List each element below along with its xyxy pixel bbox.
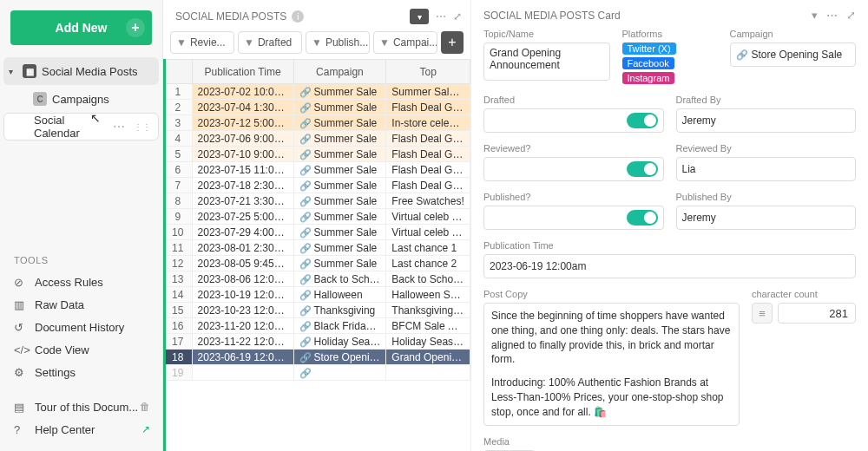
cell-publication-time[interactable]: 2023-06-19 12:00am (192, 350, 293, 365)
filter-drafted[interactable]: ▼Drafted (238, 31, 302, 54)
row-number[interactable]: 6 (164, 162, 193, 178)
input-topic[interactable]: Grand Opening Announcement (483, 42, 610, 81)
cell-campaign[interactable]: 🔗Summer Sale (293, 147, 386, 162)
tool-code-view[interactable]: </>Code View (0, 338, 162, 361)
cell-campaign[interactable]: 🔗Summer Sale (293, 115, 386, 131)
cell-topic[interactable]: Last chance 1 (386, 240, 470, 256)
filter-reviewed[interactable]: ▼Revie... (170, 31, 234, 54)
tool-settings[interactable]: ⚙Settings (0, 361, 162, 383)
row-number[interactable]: 17 (164, 334, 193, 350)
cell-campaign[interactable]: 🔗Store Opening... (293, 350, 386, 365)
cell-campaign[interactable]: 🔗Summer Sale (293, 193, 386, 209)
cell-topic[interactable]: In-store celeb mee (386, 115, 470, 131)
expand-icon[interactable]: ⤢ (453, 10, 462, 23)
cell-campaign[interactable]: 🔗Summer Sale (293, 209, 386, 225)
table-row[interactable]: 172023-11-22 12:00am🔗Holiday SeasonHolid… (164, 334, 470, 350)
row-number[interactable]: 8 (164, 193, 193, 209)
cell-campaign[interactable]: 🔗Summer Sale (293, 256, 386, 271)
row-number[interactable]: 15 (164, 303, 193, 318)
cell-topic[interactable] (386, 365, 470, 381)
sidebar-item-social-calendar[interactable]: Social Calendar ⋯ ⋮⋮ (3, 113, 159, 141)
cell-publication-time[interactable]: 2023-07-18 2:30pm (192, 178, 293, 193)
more-icon[interactable]: ⋯ (826, 9, 838, 22)
cell-publication-time[interactable]: 2023-08-05 9:45am (192, 256, 293, 271)
cell-topic[interactable]: Thanksgiving Sale (386, 303, 470, 318)
row-number[interactable]: 1 (164, 84, 193, 100)
cell-publication-time[interactable]: 2023-10-19 12:00am (192, 287, 293, 303)
cell-topic[interactable]: Grand Opening Ar (386, 350, 470, 365)
tool-tour[interactable]: ▤Tour of this Docum...🗑 (0, 395, 162, 418)
cell-topic[interactable]: Flash Deal Grab 7 (386, 100, 470, 115)
tool-raw-data[interactable]: ▥Raw Data (0, 293, 162, 316)
input-drafted-by[interactable]: Jeremy (676, 108, 857, 133)
table-row[interactable]: 112023-08-01 2:30pm🔗Summer SaleLast chan… (164, 240, 470, 256)
tool-help-center[interactable]: ?Help Center↗ (0, 418, 162, 441)
cell-topic[interactable]: Flash Deal Grab 7 (386, 131, 470, 147)
expand-icon[interactable]: ⤢ (846, 9, 856, 22)
cell-publication-time[interactable]: 2023-10-23 12:00am (192, 303, 293, 318)
input-platforms[interactable]: Twitter (X) Facebook Instagram (622, 42, 718, 84)
cell-topic[interactable]: Holiday Season Sa (386, 334, 470, 350)
tag-instagram[interactable]: Instagram (622, 72, 675, 84)
table-row[interactable]: 22023-07-04 1:30pm🔗Summer SaleFlash Deal… (164, 100, 470, 115)
cell-campaign[interactable]: 🔗Summer Sale (293, 225, 386, 240)
sidebar-item-social-media-posts[interactable]: ▾ ▦ Social Media Posts (3, 57, 159, 85)
row-number[interactable]: 10 (164, 225, 193, 240)
cell-publication-time[interactable]: 2023-07-12 5:00pm (192, 115, 293, 131)
tool-document-history[interactable]: ↺Document History (0, 316, 162, 338)
cell-campaign[interactable]: 🔗Summer Sale (293, 131, 386, 147)
row-number[interactable]: 7 (164, 178, 193, 193)
table-row[interactable]: 42023-07-06 9:00am🔗Summer SaleFlash Deal… (164, 131, 470, 147)
cell-topic[interactable]: Virtual celeb cons (386, 209, 470, 225)
cell-publication-time[interactable]: 2023-07-15 11:00am (192, 162, 293, 178)
input-reviewed-by[interactable]: Lia (676, 157, 857, 181)
cell-publication-time[interactable]: 2023-07-25 5:00pm (192, 209, 293, 225)
cell-publication-time[interactable]: 2023-11-20 12:00am (192, 318, 293, 334)
row-number[interactable]: 12 (164, 256, 193, 271)
cell-topic[interactable]: BFCM Sale Annou (386, 318, 470, 334)
table-row[interactable]: 92023-07-25 5:00pm🔗Summer SaleVirtual ce… (164, 209, 470, 225)
row-number[interactable]: 14 (164, 287, 193, 303)
col-campaign[interactable]: Campaign (293, 60, 386, 84)
cell-publication-time[interactable]: 2023-08-01 2:30pm (192, 240, 293, 256)
col-rownum[interactable] (164, 60, 193, 84)
row-number[interactable]: 16 (164, 318, 193, 334)
tool-access-rules[interactable]: ⊘Access Rules (0, 271, 162, 293)
toggle-reviewed[interactable] (483, 157, 664, 181)
cell-topic[interactable]: Virtual celeb cons (386, 225, 470, 240)
cell-topic[interactable]: Free Swatches! (386, 193, 470, 209)
info-icon[interactable]: i (292, 10, 304, 23)
cell-campaign[interactable]: 🔗Holiday Season (293, 334, 386, 350)
table-row[interactable]: 62023-07-15 11:00am🔗Summer SaleFlash Dea… (164, 162, 470, 178)
grid-table[interactable]: Publication Time Campaign Top 12023-07-0… (163, 59, 470, 451)
row-number[interactable]: 19 (164, 365, 193, 381)
cell-campaign[interactable]: 🔗Thanksgiving (293, 303, 386, 318)
cell-topic[interactable]: Last chance 2 (386, 256, 470, 271)
input-post-copy[interactable]: Since the beginning of time shoppers hav… (483, 303, 740, 426)
table-row[interactable]: 132023-08-06 12:00am🔗Back to SchoolBack … (164, 271, 470, 287)
cell-topic[interactable]: Back to School Sa (386, 271, 470, 287)
cell-campaign[interactable]: 🔗Summer Sale (293, 100, 386, 115)
table-row[interactable]: 182023-06-19 12:00am🔗Store Opening...Gra… (164, 350, 470, 365)
cell-campaign[interactable]: 🔗Black Friday/C... (293, 318, 386, 334)
cell-publication-time[interactable]: 2023-07-10 9:00am (192, 147, 293, 162)
table-row[interactable]: 142023-10-19 12:00am🔗HalloweenHalloween … (164, 287, 470, 303)
cell-publication-time[interactable] (192, 365, 293, 381)
cell-publication-time[interactable]: 2023-08-06 12:00am (192, 271, 293, 287)
tag-twitter[interactable]: Twitter (X) (622, 42, 676, 55)
filter-published[interactable]: ▼Publish... (306, 31, 370, 54)
table-row[interactable]: 82023-07-21 3:30pm🔗Summer SaleFree Swatc… (164, 193, 470, 209)
cell-campaign[interactable]: 🔗Summer Sale (293, 162, 386, 178)
input-published-by[interactable]: Jeremy (676, 206, 857, 230)
trash-icon[interactable]: 🗑 (140, 401, 150, 413)
table-row[interactable]: 152023-10-23 12:00am🔗ThanksgivingThanksg… (164, 303, 470, 318)
cell-publication-time[interactable]: 2023-07-29 4:00pm (192, 225, 293, 240)
table-row[interactable]: 12023-07-02 10:00am🔗Summer SaleSummer Sa… (164, 84, 470, 100)
table-row[interactable]: 162023-11-20 12:00am🔗Black Friday/C...BF… (164, 318, 470, 334)
filter-campaign[interactable]: ▼Campai... (373, 31, 437, 54)
add-column-button[interactable]: + (441, 31, 464, 54)
row-number[interactable]: 5 (164, 147, 193, 162)
cell-campaign[interactable]: 🔗Summer Sale (293, 178, 386, 193)
toggle-published[interactable] (483, 206, 664, 230)
row-number[interactable]: 18 (164, 350, 193, 365)
